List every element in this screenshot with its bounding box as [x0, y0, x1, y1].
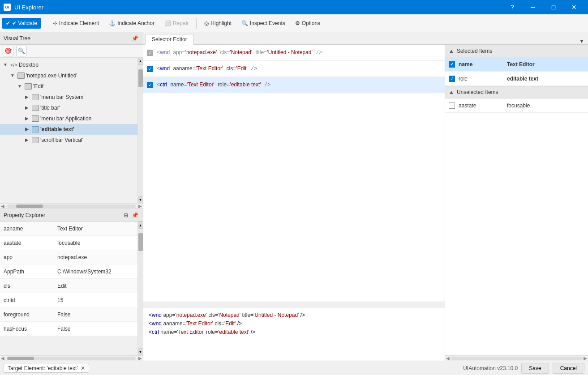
target-icon-btn[interactable]: 🎯 — [3, 46, 13, 56]
tab-dropdown-btn[interactable]: ▼ — [575, 38, 588, 44]
tree-vscroll-up[interactable]: ▲ — [138, 58, 143, 65]
tree-hscroll-thumb[interactable] — [16, 205, 43, 208]
prop-pin-btn[interactable]: 📌 — [131, 212, 139, 218]
si-value-name: Text Editor — [507, 61, 584, 68]
anchor-icon: ⚓ — [109, 20, 116, 26]
si-hscroll-left[interactable]: ◀ — [445, 356, 451, 361]
hscroll-left-btn[interactable]: ◀ — [0, 204, 5, 209]
maximize-button[interactable]: □ — [543, 0, 564, 14]
close-button[interactable]: ✕ — [564, 0, 584, 14]
si-row-role[interactable]: ✓ role editable text — [445, 72, 588, 86]
options-button[interactable]: ⚙ Options — [291, 18, 324, 29]
selector-checkbox-3[interactable]: ✓ — [147, 82, 153, 88]
minimize-button[interactable]: ─ — [523, 0, 543, 14]
tab-selector-editor-label: Selector Editor — [152, 36, 187, 43]
hscroll-right-btn[interactable]: ▶ — [137, 204, 143, 209]
tab-bar: Selector Editor ▼ — [143, 32, 588, 45]
si-hscroll[interactable]: ◀ ▶ — [445, 355, 588, 361]
prop-collapse-btn[interactable]: ⊟ — [123, 212, 129, 218]
tab-selector-editor[interactable]: Selector Editor — [145, 34, 194, 45]
si-row-aastate[interactable]: aastate focusable — [445, 98, 588, 113]
validate-button[interactable]: ✔ ✔ Validate — [2, 18, 41, 29]
expand-titlebar[interactable]: ▶ — [23, 104, 30, 111]
tree-item-scrollbar[interactable]: ▶ 'scroll bar Vertical' — [0, 135, 137, 145]
prop-name-apppath: AppPath — [0, 268, 54, 275]
si-checkbox-role[interactable]: ✓ — [449, 76, 455, 82]
prop-vscroll-down[interactable]: ▼ — [138, 348, 143, 355]
prop-name-aaname: aaname — [0, 226, 54, 232]
si-checkbox-name[interactable]: ✓ — [449, 61, 455, 68]
inspect-events-button[interactable]: 🔍 Inspect Events — [237, 18, 289, 29]
prop-hscroll[interactable]: ◀ ▶ — [0, 355, 143, 361]
visual-tree-pin-btn[interactable]: 📌 — [131, 35, 139, 42]
expand-editable-text[interactable]: ▶ — [23, 126, 30, 133]
expand-menubar-system[interactable]: ▶ — [23, 94, 30, 101]
selected-items-panel: ▲ Selected Items ✓ name Text Editor ✓ ro… — [445, 45, 588, 361]
highlight-icon: ◎ — [204, 20, 209, 26]
tree-hscroll-track[interactable] — [7, 205, 136, 208]
indicate-element-button[interactable]: ⊹ Indicate Element — [49, 18, 103, 29]
selector-checkbox-1[interactable]: ✓ — [147, 50, 153, 56]
tree-item-menubar-app[interactable]: ▶ 'menu bar Application — [0, 113, 137, 124]
selector-row-2[interactable]: ✓ <wnd aaname='Text Editor' cls='Edit' /… — [143, 61, 445, 77]
tree-item-notepad[interactable]: ▼ 'notepad.exe Untitled' — [0, 70, 137, 81]
si-name-aastate: aastate — [459, 102, 503, 109]
expand-edit[interactable]: ▼ — [16, 83, 23, 90]
prop-name-ctrlid: ctrlid — [0, 297, 54, 303]
si-hscroll-right[interactable]: ▶ — [583, 356, 588, 361]
selector-row-3[interactable]: ✓ <ctrl name='Text Editor' role='editabl… — [143, 77, 445, 93]
tree-hscroll[interactable]: ◀ ▶ — [0, 203, 143, 209]
prop-table: aaname Text Editor aastate focusable app… — [0, 222, 137, 355]
si-row-name[interactable]: ✓ name Text Editor — [445, 57, 588, 72]
prop-row-apppath: AppPath C:\Windows\System32 — [0, 264, 137, 279]
prop-name-aastate: aastate — [0, 240, 54, 246]
highlight-button[interactable]: ◎ Highlight — [200, 18, 236, 29]
search-tree-btn[interactable]: 🔍 — [16, 46, 27, 56]
prop-vscroll-thumb[interactable] — [138, 233, 143, 251]
prop-vscroll-up[interactable]: ▲ — [138, 222, 143, 229]
titlebar-icon — [32, 105, 39, 111]
code-preview: <wnd app='notepad.exe' cls='Notepad' tit… — [143, 307, 445, 361]
si-checkbox-aastate[interactable] — [449, 102, 455, 109]
tree-item-desktop[interactable]: ▼ </> Desktop — [0, 60, 137, 70]
expand-desktop[interactable]: ▼ — [2, 61, 9, 68]
selector-main: ✓ <wnd app='notepad.exe' cls='Notepad' t… — [143, 45, 588, 361]
title-bar-title: UI Explorer — [14, 4, 43, 11]
selected-items-header: ▲ Selected Items — [445, 45, 588, 57]
save-button[interactable]: Save — [521, 363, 549, 374]
help-button[interactable]: ? — [502, 0, 523, 14]
expand-menubar-app[interactable]: ▶ — [23, 115, 30, 122]
tree-item-titlebar[interactable]: ▶ 'title bar' — [0, 102, 137, 113]
tree-item-menubar-system[interactable]: ▶ 'menu bar System' — [0, 92, 137, 102]
prop-value-foreground: False — [54, 311, 137, 318]
tree-vscroll-track[interactable] — [138, 65, 143, 196]
visual-tree: 🎯 🔍 ▼ </> Desktop ▼ 'notepad.exe Untitl — [0, 45, 143, 209]
si-hscroll-track[interactable] — [451, 357, 583, 360]
prop-row-hasfocus: hasFocus False — [0, 322, 137, 336]
tree-vscroll-thumb[interactable] — [138, 69, 143, 87]
expand-scrollbar[interactable]: ▶ — [23, 136, 30, 144]
tree-vscroll-down[interactable]: ▼ — [138, 196, 143, 203]
repair-label: Repair — [173, 20, 189, 26]
target-close-btn[interactable]: ✕ — [81, 365, 85, 371]
repair-button[interactable]: ⬜ Repair — [160, 18, 193, 29]
selected-items-expand[interactable]: ▲ — [449, 48, 454, 54]
selector-checkbox-2[interactable]: ✓ — [147, 66, 153, 72]
expand-notepad[interactable]: ▼ — [9, 72, 16, 79]
indicate-anchor-button[interactable]: ⚓ Indicate Anchor — [105, 18, 159, 29]
selector-hscroll[interactable] — [143, 302, 445, 307]
prop-hscroll-right[interactable]: ▶ — [137, 356, 143, 361]
selector-row-1[interactable]: ✓ <wnd app='notepad.exe' cls='Notepad' t… — [143, 45, 445, 61]
cancel-button[interactable]: Cancel — [553, 363, 584, 374]
prop-hscroll-thumb[interactable] — [7, 357, 34, 360]
tree-vscroll: ▲ ▼ — [137, 58, 143, 203]
desktop-code-icon: </> — [10, 62, 17, 68]
prop-hscroll-track[interactable] — [7, 357, 136, 360]
indicate-anchor-label: Indicate Anchor — [117, 20, 155, 26]
tree-item-edit[interactable]: ▼ 'Edit' — [0, 81, 137, 92]
status-left: Target Element: 'editable text' ✕ — [4, 364, 89, 373]
prop-vscroll-track[interactable] — [138, 229, 143, 348]
prop-hscroll-left[interactable]: ◀ — [0, 356, 5, 361]
tree-item-editable-text[interactable]: ▶ 'editable text' — [0, 124, 137, 135]
unselected-expand[interactable]: ▲ — [449, 89, 454, 95]
